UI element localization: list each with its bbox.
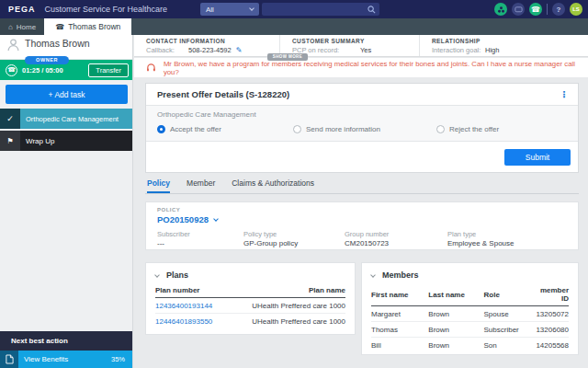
members-table: First name Last name Role member ID Marg… [371,284,569,352]
chevron-down-icon[interactable] [213,216,219,222]
policy-card: POLICY PO20150928 Subscriber --- Policy … [145,201,579,250]
topbar-icons: ☎ ? LS [494,3,582,16]
policy-label: POLICY [157,207,567,213]
phone-icon[interactable]: ☎ [529,3,542,16]
document-icon [0,351,18,368]
divider [547,4,548,15]
table-row: Thomas Brown Subscriber 13206080 [371,322,569,338]
customer-profile: Thomas Brown OWNER [0,35,132,60]
plan-type-value: Employee & Spouse [447,239,567,247]
home-icon: ⌂ [8,23,13,31]
submit-button[interactable]: Submit [504,149,571,166]
interaction-sidebar: Thomas Brown OWNER ☎ 01:25 / 05:00 Trans… [0,35,133,368]
plans-table: Plan number Plan name 12436400193144 UHe… [155,284,345,328]
coaching-tip: Mr Brown, we have a program for members … [134,58,588,77]
plan-number-link[interactable]: 12446401893550 [155,317,212,326]
member-first-name: Thomas [371,322,428,338]
collapse-chevron-icon[interactable] [370,272,376,278]
search-icon[interactable] [368,6,376,14]
relationship-heading: RELATIONSHIP [432,38,588,44]
radio-selected-icon [157,125,165,133]
member-last-name: Brown [428,338,483,353]
search-scope-select[interactable]: All [200,3,259,16]
add-task-button[interactable]: + Add task [6,85,128,104]
member-first-name: Bill [371,338,428,353]
subscriber-label: Subscriber [157,230,243,238]
policy-type-value: GP-Group policy [243,239,345,247]
task-wrap-up[interactable]: ⚑ Wrap Up [0,131,132,151]
offer-label: View Benefits [24,355,68,363]
contact-information-group: CONTACT INFORMATION Callback: 508-223-45… [134,35,279,56]
search-input[interactable] [262,3,379,16]
plan-number-link[interactable]: 12436400193144 [155,302,212,310]
customer-name: Thomas Brown [25,38,90,49]
member-role: Son [484,338,532,353]
col-member-id: member ID [531,284,569,306]
task-orthopedic-care-management[interactable]: ✓ Orthopedic Care Management [0,109,132,129]
person-icon [6,38,20,52]
radio-label: Send more information [306,125,380,133]
user-avatar[interactable]: LS [570,3,582,16]
tab-home[interactable]: ⌂ Home [0,18,44,35]
interaction-tab-label: Thomas Brown [68,22,120,31]
table-row: Bill Brown Son 14205568 [371,338,569,353]
plan-type-label: Plan type [447,230,567,238]
plan-name: UHealth Preffered care 1000 [228,298,345,314]
chat-icon[interactable] [512,3,525,16]
pega-logo: PEGA [8,5,36,14]
radio-unselected-icon [436,125,445,133]
member-id: 13205072 [531,306,569,322]
help-icon[interactable]: ? [552,3,565,16]
coaching-tip-text: Mr Brown, we have a program for members … [164,60,588,76]
member-id: 13206080 [531,322,569,338]
plans-title: Plans [166,270,188,280]
col-first-name: First name [371,284,428,306]
callback-label: Callback: [146,46,188,54]
interaction-goal-value: High [485,46,499,54]
show-more-button[interactable]: SHOW MORE [267,53,308,61]
member-first-name: Margaret [371,306,428,322]
flag-icon: ⚑ [0,131,20,151]
content-tabs: Policy Member Claims & Authorizations [145,178,579,194]
member-last-name: Brown [428,322,483,338]
transfer-button[interactable]: Transfer [88,63,129,77]
group-number-value: CM20150723 [345,239,447,247]
col-last-name: Last name [428,284,483,306]
tab-claims-authorizations[interactable]: Claims & Authorizations [232,178,314,193]
team-icon [497,6,505,14]
tab-policy[interactable]: Policy [147,178,170,193]
col-plan-name: Plan name [228,284,345,298]
tab-member[interactable]: Member [187,178,215,193]
call-icon: ☎ [55,23,64,31]
checkmark-icon: ✓ [0,109,20,129]
plans-card: Plans Plan number Plan name 124364001931… [145,262,356,335]
app-window: PEGA Customer Service For Healthcare All [0,0,588,368]
radio-label: Accept the offer [170,125,221,133]
group-number-label: Group number [345,230,447,238]
radio-send-more-information[interactable]: Send more information [293,125,394,133]
pcp-value: Yes [360,46,371,54]
kebab-menu-icon[interactable]: ⋮ [560,89,569,99]
tab-interaction[interactable]: ☎ Thomas Brown [44,18,131,35]
app-title: Customer Service For Healthcare [45,5,168,14]
task-label: Orthopedic Care Management [26,115,119,123]
callback-value: 508-223-4592 [188,46,232,54]
tab-bar: ⌂ Home ☎ Thomas Brown [0,18,588,35]
policy-number-link[interactable]: PO20150928 [157,214,209,224]
interaction-goal-label: Interaction goal: [432,46,485,54]
collapse-chevron-icon[interactable] [154,272,160,278]
radio-accept-offer[interactable]: Accept the offer [157,125,293,133]
customer-summary-bar: CONTACT INFORMATION Callback: 508-223-45… [134,35,588,57]
search-scope-value: All [206,6,214,14]
col-plan-number: Plan number [155,284,228,298]
edit-icon[interactable]: ✎ [236,46,243,54]
propensity-score: 35% [111,355,125,363]
members-card: Members First name Last name Role member… [361,262,579,355]
headset-icon [146,63,156,73]
interactions-icon[interactable] [494,3,507,16]
member-role: Spouse [484,306,532,322]
offer-view-benefits[interactable]: View Benefits 35% [0,351,132,368]
next-best-action-header: Next best action [0,331,132,351]
radio-unselected-icon [293,125,301,133]
radio-reject-offer[interactable]: Reject the offer [436,125,499,133]
